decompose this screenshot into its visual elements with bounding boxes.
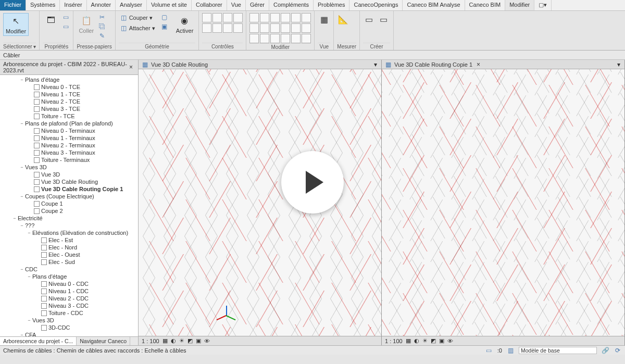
tree-node[interactable]: Vue 3D Cable Routing xyxy=(0,178,138,185)
tree-node[interactable]: Niveau 1 - TCE xyxy=(0,91,138,98)
tab-vue[interactable]: Vue xyxy=(227,0,246,10)
play-button-overlay[interactable] xyxy=(281,151,344,214)
tab-volume-et-site[interactable]: Volume et site xyxy=(147,0,192,10)
tree-node[interactable]: Vue 3D Cable Routing Copie 1 xyxy=(0,185,138,193)
tab-modifier[interactable]: Modifier xyxy=(505,0,534,10)
tree-node[interactable]: Coupe 2 xyxy=(0,207,138,215)
hide-icon[interactable]: 👁 xyxy=(447,338,453,344)
tree-node[interactable]: −Electricité xyxy=(0,215,138,222)
tree-node[interactable]: −Coupes (Coupe Electrique) xyxy=(0,193,138,200)
tree-node[interactable]: Niveau 3 - CDC xyxy=(0,302,138,309)
tree-node[interactable]: Niveau 3 - Terminaux xyxy=(0,149,138,156)
tree-node[interactable]: −Elévations (Elévation de construction) xyxy=(0,229,138,236)
tree-node[interactable]: Elec - Nord xyxy=(0,244,138,251)
filter-icon[interactable]: ▥ xyxy=(506,346,515,355)
canvas-right[interactable] xyxy=(382,69,624,336)
tab-insérer[interactable]: Insérer xyxy=(60,0,86,10)
tree-node[interactable]: Toiture - CDC xyxy=(0,309,138,317)
tree-node[interactable]: Niveau 2 - Terminaux xyxy=(0,142,138,149)
tab-extra[interactable]: ▢▾ xyxy=(534,0,552,10)
tree-node[interactable]: Toiture - Terminaux xyxy=(0,156,138,164)
cut-geom-button[interactable]: ◫Couper ▾ xyxy=(119,13,156,22)
ctrl-4[interactable] xyxy=(233,13,243,22)
minimize-icon[interactable]: ▾ xyxy=(615,61,622,68)
tab-navigator-caneco[interactable]: Navigateur Caneco xyxy=(77,337,130,345)
ctrl-2[interactable] xyxy=(213,13,222,22)
tree-node[interactable]: Niveau 1 - Terminaux xyxy=(0,134,138,142)
tree-node[interactable]: Coupe 1 xyxy=(0,200,138,207)
sync-icon[interactable]: ⟳ xyxy=(614,346,622,355)
crop-icon[interactable]: ▣ xyxy=(196,337,201,344)
tree-node[interactable]: Niveau 2 - TCE xyxy=(0,98,138,105)
tree-node[interactable]: Elec - Est xyxy=(0,236,138,244)
link-icon[interactable]: 🔗 xyxy=(601,346,609,355)
shadow-icon[interactable]: ◩ xyxy=(188,337,193,344)
minimize-icon[interactable]: ▾ xyxy=(372,61,379,68)
tree-node[interactable]: Elec - Sud xyxy=(0,258,138,266)
ctrl-3[interactable] xyxy=(223,13,232,22)
tree-node[interactable]: Niveau 0 - Terminaux xyxy=(0,127,138,134)
measure-icon[interactable]: 📐 xyxy=(337,13,349,26)
project-tree[interactable]: −Plans d'étageNiveau 0 - TCENiveau 1 - T… xyxy=(0,75,138,336)
ctrl-5[interactable] xyxy=(202,23,211,33)
tree-node[interactable]: −CDC xyxy=(0,266,138,273)
paste-button[interactable]: 📋 Coller xyxy=(77,13,96,35)
tab-gérer[interactable]: Gérer xyxy=(246,0,269,10)
modify-button[interactable]: ↖ Modifier xyxy=(3,13,29,36)
tree-node[interactable]: Niveau 3 - TCE xyxy=(0,105,138,112)
match-icon[interactable]: ✎ xyxy=(98,32,106,40)
ctrl-8[interactable] xyxy=(233,23,243,33)
tree-node[interactable]: Niveau 0 - CDC xyxy=(0,280,138,287)
tree-node[interactable]: Niveau 1 - CDC xyxy=(0,287,138,295)
join-geom-button[interactable]: ◫Attacher ▾ xyxy=(119,23,156,33)
properties-button[interactable]: 🗔 xyxy=(43,13,59,28)
tree-node[interactable]: Toiture - TCE xyxy=(0,112,138,120)
project-browser-title[interactable]: Arborescence du projet - CBIM 2022 - BUR… xyxy=(0,60,138,75)
scale-label[interactable]: 1 : 100 xyxy=(142,338,159,344)
type-prop-icon[interactable]: ▭ xyxy=(61,13,70,21)
tree-node[interactable]: −Plans de plafond (Plan de plafond) xyxy=(0,120,138,127)
tree-node[interactable]: −CFA xyxy=(0,331,138,336)
close-icon[interactable]: × xyxy=(127,64,135,71)
view-header-right[interactable]: ▦ Vue 3D Cable Routing Copie 1 × ▾ xyxy=(382,60,624,69)
tree-node[interactable]: 3D-CDC xyxy=(0,324,138,331)
tree-node[interactable]: −??? xyxy=(0,222,138,229)
type-prop2-icon[interactable]: ▭ xyxy=(61,22,70,31)
ctrl-6[interactable] xyxy=(213,23,222,33)
tab-project-browser[interactable]: Arborescence du projet - C... xyxy=(0,337,77,345)
cope-icon[interactable]: ▢ xyxy=(160,13,169,21)
crop-icon[interactable]: ▣ xyxy=(439,337,444,344)
tab-collaborer[interactable]: Collaborer xyxy=(192,0,227,10)
tree-node[interactable]: Niveau 0 - TCE xyxy=(0,83,138,91)
tree-node[interactable]: Niveau 2 - CDC xyxy=(0,295,138,302)
detail-icon[interactable]: ▦ xyxy=(406,337,411,344)
tree-node[interactable]: Vue 3D xyxy=(0,171,138,178)
visual-style-icon[interactable]: ◐ xyxy=(171,337,176,344)
tab-canecoopenings[interactable]: CanecoOpenings xyxy=(349,0,403,10)
select-icon[interactable]: ▭ xyxy=(485,346,493,355)
tab-caneco-bim[interactable]: Caneco BIM xyxy=(465,0,506,10)
tree-node[interactable]: Elec - Ouest xyxy=(0,251,138,258)
sun-icon[interactable]: ☀ xyxy=(422,337,428,344)
shadow-icon[interactable]: ◩ xyxy=(431,337,436,344)
cut-icon[interactable]: ✂ xyxy=(98,13,106,21)
tab-fichier[interactable]: Fichier xyxy=(0,0,26,10)
tree-node[interactable]: −Plans d'étage xyxy=(0,76,138,83)
scale-label[interactable]: 1 : 100 xyxy=(385,338,403,344)
close-view-icon[interactable]: × xyxy=(474,61,482,68)
tab-annoter[interactable]: Annoter xyxy=(87,0,116,10)
tab-systèmes[interactable]: Systèmes xyxy=(26,0,60,10)
tree-node[interactable]: −Vues 3D xyxy=(0,317,138,324)
copy-icon[interactable]: ⿻ xyxy=(98,22,106,31)
tab-caneco-bim-analyse[interactable]: Caneco BIM Analyse xyxy=(403,0,465,10)
activate-button[interactable]: ◉ Activer xyxy=(174,13,196,35)
workset-input[interactable] xyxy=(519,347,597,354)
create-icon-1[interactable]: ▭ xyxy=(363,13,376,26)
tree-node[interactable]: −Plans d'étage xyxy=(0,273,138,280)
view-header-left[interactable]: ▦ Vue 3D Cable Routing ▾ xyxy=(139,60,381,69)
canvas-left[interactable] xyxy=(139,69,381,336)
tab-problèmes[interactable]: Problèmes xyxy=(314,0,350,10)
split-face-icon[interactable]: ▣ xyxy=(160,22,169,31)
hide-icon[interactable]: 👁 xyxy=(204,338,210,344)
visual-style-icon[interactable]: ◐ xyxy=(414,337,419,344)
